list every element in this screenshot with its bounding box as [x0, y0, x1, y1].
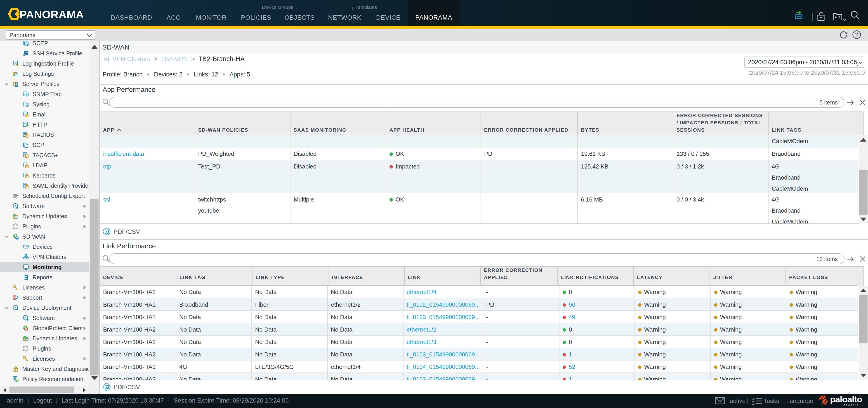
svg-text:?: ?	[855, 32, 858, 37]
